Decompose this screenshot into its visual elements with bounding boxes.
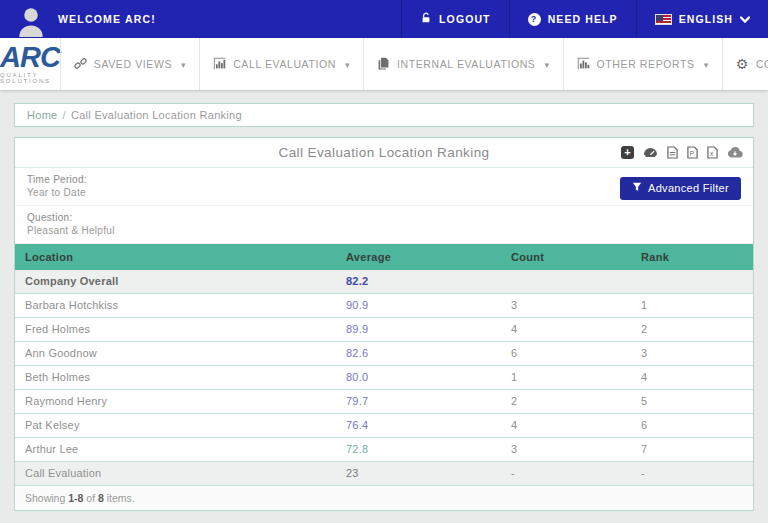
breadcrumb-separator: / — [63, 109, 66, 121]
gauge-icon[interactable] — [643, 147, 658, 158]
logo-text: ARC — [0, 44, 60, 71]
advanced-filter-label: Advanced Filter — [648, 182, 729, 194]
cell-rank: - — [641, 467, 753, 479]
nav-label: OTHER REPORTS — [597, 58, 695, 70]
logout-label: LOGOUT — [439, 13, 491, 25]
cell-count: 1 — [511, 371, 641, 383]
welcome-text: WELCOME ARC! — [58, 13, 156, 25]
cell-count: 3 — [511, 443, 641, 455]
chevron-down-icon — [740, 13, 750, 25]
cell-average: 82.6 — [346, 347, 511, 359]
table-row: Company Overall 82.2 — [15, 270, 753, 294]
report-panel: Call Evaluation Location Ranking — [14, 137, 754, 511]
caret-down-icon — [702, 58, 709, 70]
main-nav: ARC QUALITY SOLUTIONS SAVED VIEWS CALL E… — [0, 38, 768, 90]
cell-rank: 6 — [641, 419, 753, 431]
cell-rank: 7 — [641, 443, 753, 455]
cell-average: 90.9 — [346, 299, 511, 311]
nav-label: CALL EVALUATION — [233, 58, 336, 70]
average-value-link[interactable]: 82.6 — [346, 347, 368, 359]
content-area: Home/Call Evaluation Location Ranking Ca… — [0, 90, 768, 511]
us-flag-icon — [655, 14, 672, 25]
cell-rank: 5 — [641, 395, 753, 407]
nav-item-saved-views[interactable]: SAVED VIEWS — [60, 38, 199, 90]
cell-rank: 1 — [641, 299, 753, 311]
cell-location: Beth Holmes — [15, 371, 346, 383]
bar-chart-icon — [213, 57, 226, 72]
arc-logo[interactable]: ARC QUALITY SOLUTIONS — [0, 38, 60, 90]
language-selector[interactable]: ENGLISH — [636, 0, 768, 38]
table-row: Ann Goodnow 82.6 6 3 — [15, 342, 753, 366]
average-value-link[interactable]: 76.4 — [346, 419, 368, 431]
cell-location: Barbara Hotchkiss — [15, 299, 346, 311]
ranking-table: Location Average Count Rank Company Over… — [15, 244, 753, 510]
average-value-link[interactable]: 79.7 — [346, 395, 368, 407]
nav-item-control-panel[interactable]: ⚙ CONTROL PANEL — [722, 38, 768, 90]
language-label: ENGLISH — [679, 13, 733, 25]
cell-rank: 2 — [641, 323, 753, 335]
cell-average: 76.4 — [346, 419, 511, 431]
summary-total: 8 — [98, 492, 104, 504]
link-icon — [74, 57, 87, 72]
average-value-link[interactable]: 82.2 — [346, 275, 368, 287]
average-value-link[interactable]: 90.9 — [346, 299, 368, 311]
breadcrumb-current: Call Evaluation Location Ranking — [71, 109, 242, 121]
cell-average: 23 — [346, 467, 511, 479]
cell-location: Company Overall — [15, 275, 346, 287]
column-header-count: Count — [511, 251, 641, 263]
unlock-icon — [420, 12, 432, 26]
need-help-label: NEED HELP — [548, 13, 618, 25]
pdf-file-icon[interactable]: P — [687, 146, 698, 159]
advanced-filter-button[interactable]: Advanced Filter — [620, 177, 741, 200]
panel-toolbar: P x — [621, 146, 743, 159]
question-icon — [528, 13, 541, 26]
summary-range: 1-8 — [68, 492, 83, 504]
need-help-button[interactable]: NEED HELP — [509, 0, 636, 38]
summary-text: of — [86, 492, 95, 504]
filter-question: Question: Pleasant & Helpful — [15, 206, 753, 244]
top-bar-left: WELCOME ARC! — [0, 0, 401, 38]
cell-rank: 4 — [641, 371, 753, 383]
cell-count: 2 — [511, 395, 641, 407]
copy-pages-icon — [377, 57, 390, 72]
average-value-link[interactable]: 72.8 — [346, 443, 368, 455]
nav-item-call-evaluation[interactable]: CALL EVALUATION — [199, 38, 363, 90]
excel-file-icon[interactable]: x — [707, 146, 718, 159]
table-row: Raymond Henry 79.7 2 5 — [15, 390, 753, 414]
cell-location: Raymond Henry — [15, 395, 346, 407]
cell-count: - — [511, 467, 641, 479]
logout-button[interactable]: LOGOUT — [401, 0, 509, 38]
table-row: Arthur Lee 72.8 3 7 — [15, 438, 753, 462]
nav-item-other-reports[interactable]: OTHER REPORTS — [563, 38, 722, 90]
filter-funnel-icon — [632, 182, 642, 194]
bar-chart-icon — [577, 57, 590, 72]
table-body: Company Overall 82.2 Barbara Hotchkiss 9… — [15, 270, 753, 486]
add-icon[interactable] — [621, 146, 634, 159]
svg-text:P: P — [690, 150, 694, 157]
doc-file-icon[interactable] — [667, 146, 678, 159]
filter-area: Time Period: Year to Date Question: Plea… — [15, 168, 753, 244]
average-value-link[interactable]: 80.0 — [346, 371, 368, 383]
filter-label: Question: — [27, 211, 741, 224]
nav-label: CONTROL PANEL — [756, 58, 768, 70]
user-avatar-icon[interactable] — [16, 5, 46, 37]
top-bar: WELCOME ARC! LOGOUT NEED HELP ENGLISH — [0, 0, 768, 38]
cell-count: 4 — [511, 323, 641, 335]
cell-location: Call Evaluation — [15, 467, 346, 479]
table-row: Call Evaluation 23 - - — [15, 462, 753, 486]
nav-label: SAVED VIEWS — [94, 58, 172, 70]
breadcrumb: Home/Call Evaluation Location Ranking — [14, 103, 754, 127]
logo-subtext: QUALITY SOLUTIONS — [0, 72, 60, 84]
cell-location: Fred Holmes — [15, 323, 346, 335]
caret-down-icon — [542, 58, 549, 70]
cell-location: Pat Kelsey — [15, 419, 346, 431]
nav-item-internal-evaluations[interactable]: INTERNAL EVALUATIONS — [363, 38, 563, 90]
cloud-download-icon[interactable] — [727, 147, 743, 158]
breadcrumb-home-link[interactable]: Home — [27, 109, 58, 121]
table-row: Fred Holmes 89.9 4 2 — [15, 318, 753, 342]
cell-count: 4 — [511, 419, 641, 431]
column-header-location: Location — [15, 251, 346, 263]
panel-header: Call Evaluation Location Ranking — [15, 138, 753, 168]
cell-average: 80.0 — [346, 371, 511, 383]
average-value-link[interactable]: 89.9 — [346, 323, 368, 335]
